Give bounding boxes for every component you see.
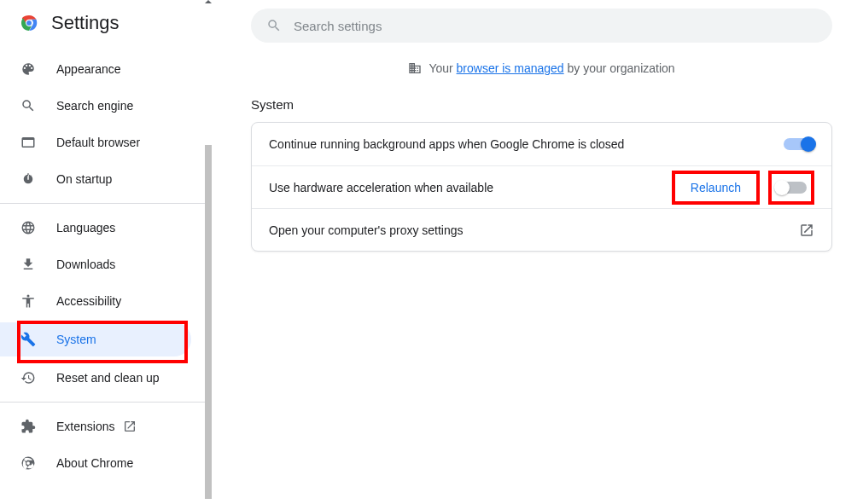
sidebar-item-label: Extensions — [56, 420, 114, 433]
sidebar-item-appearance[interactable]: Appearance — [0, 52, 201, 86]
sidebar-header: Settings — [0, 0, 212, 49]
sidebar-item-label: System — [56, 333, 96, 346]
row-label: Continue running background apps when Go… — [269, 137, 784, 151]
sidebar-item-label: Downloads — [56, 258, 115, 271]
chrome-outline-icon — [20, 455, 38, 471]
sidebar-item-label: Default browser — [56, 136, 140, 149]
app-title: Settings — [51, 12, 120, 34]
sidebar-item-search-engine[interactable]: Search engine — [0, 89, 201, 123]
divider — [0, 203, 212, 204]
sidebar-item-accessibility[interactable]: Accessibility — [0, 284, 201, 318]
relaunch-button[interactable]: Relaunch — [679, 176, 753, 200]
wrench-icon — [20, 332, 38, 347]
sidebar-item-label: Languages — [56, 221, 115, 235]
toggle-hardware-accel[interactable] — [776, 182, 807, 194]
palette-icon — [20, 61, 38, 77]
main-content: Your browser is managed by your organiza… — [212, 0, 863, 504]
open-external-icon — [799, 223, 814, 238]
accessibility-icon — [20, 293, 38, 309]
search-icon — [20, 98, 38, 113]
sidebar-item-label: About Chrome — [56, 456, 133, 470]
sidebar-item-label: Appearance — [56, 62, 121, 76]
sidebar-item-label: On startup — [56, 172, 112, 186]
search-bar[interactable] — [251, 9, 832, 43]
divider — [0, 402, 212, 403]
sidebar-item-label: Reset and clean up — [56, 371, 160, 385]
row-label: Open your computer's proxy settings — [269, 223, 799, 237]
download-icon — [20, 257, 38, 272]
scroll-up-icon — [205, 0, 212, 3]
sidebar-item-downloads[interactable]: Downloads — [0, 247, 201, 281]
open-external-icon — [123, 420, 137, 433]
sidebar-item-system[interactable]: System — [0, 322, 191, 356]
managed-text: Your browser is managed by your organiza… — [429, 61, 674, 75]
row-hardware-accel[interactable]: Use hardware acceleration when available… — [252, 165, 831, 208]
sidebar-item-label: Accessibility — [56, 294, 121, 308]
search-icon — [266, 18, 282, 33]
section-title: System — [251, 97, 832, 112]
search-input[interactable] — [294, 19, 817, 33]
sidebar-item-languages[interactable]: Languages — [0, 211, 201, 245]
building-icon — [408, 61, 422, 75]
power-icon — [20, 171, 38, 187]
toggle-background-apps[interactable] — [784, 138, 814, 150]
sidebar-item-about[interactable]: About Chrome — [0, 446, 201, 480]
browser-icon — [20, 135, 38, 150]
sidebar-item-on-startup[interactable]: On startup — [0, 162, 201, 196]
sidebar-nav: Appearance Search engine Default browser… — [0, 49, 212, 504]
sidebar-item-label: Search engine — [56, 99, 133, 113]
managed-notice: Your browser is managed by your organiza… — [251, 61, 832, 75]
chrome-icon — [19, 13, 39, 33]
system-card: Continue running background apps when Go… — [251, 122, 832, 252]
sidebar-item-reset[interactable]: Reset and clean up — [0, 361, 201, 395]
scroll-thumb[interactable] — [205, 145, 212, 499]
sidebar-item-extensions[interactable]: Extensions — [0, 409, 201, 443]
sidebar: Settings Appearance Search engine Defaul… — [0, 0, 212, 504]
highlight-annotation — [768, 171, 814, 205]
row-label: Use hardware acceleration when available — [269, 181, 672, 194]
row-proxy-settings[interactable]: Open your computer's proxy settings — [252, 208, 831, 251]
row-background-apps[interactable]: Continue running background apps when Go… — [252, 123, 831, 165]
extension-icon — [20, 419, 38, 434]
sidebar-scrollbar[interactable] — [205, 0, 212, 504]
highlight-annotation: Relaunch — [672, 171, 760, 205]
sidebar-item-default-browser[interactable]: Default browser — [0, 125, 201, 159]
globe-icon — [20, 220, 38, 235]
managed-link[interactable]: browser is managed — [457, 61, 564, 75]
restore-icon — [20, 370, 38, 385]
